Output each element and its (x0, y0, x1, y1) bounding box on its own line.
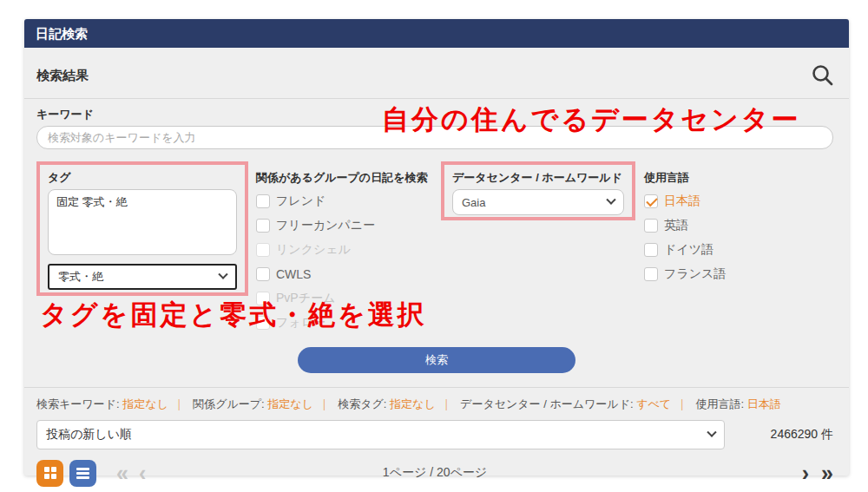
search-icon[interactable] (811, 63, 835, 88)
chevron-down-icon (218, 270, 227, 279)
result-count: 2466290 件 (725, 427, 833, 443)
sort-select-value: 投稿の新しい順 (46, 427, 132, 443)
group-label: 関係があるグループの日記を検索 (256, 170, 436, 186)
chevron-down-icon (606, 195, 615, 205)
checkbox-follow: フォロー (256, 315, 436, 330)
tag-section-highlighted: タグ 固定 零式・絶 零式・絶 (36, 161, 248, 296)
status-label: 検索タグ: (338, 397, 386, 410)
checkbox-cwls[interactable]: CWLS (256, 266, 436, 281)
panel-title: 日記検索 (24, 19, 849, 48)
group-section: 関係があるグループの日記を検索 フレンド フリーカンパニー リンクシェル CWL… (256, 161, 436, 339)
checkbox-japanese[interactable]: 日本語 (644, 194, 833, 208)
checkbox-friend[interactable]: フレンド (256, 194, 436, 208)
checkbox-linkshell: リンクシェル (256, 242, 436, 257)
checkbox-icon[interactable] (256, 194, 270, 208)
keyword-label: キーワード (36, 107, 833, 122)
keyword-section: キーワード (24, 99, 849, 149)
checkbox-icon[interactable] (256, 219, 270, 233)
checkbox-checked-icon[interactable] (644, 194, 658, 208)
chevron-down-icon (707, 428, 716, 437)
status-label: 使用言語: (695, 397, 744, 410)
search-criteria-summary: 検索キーワード: 指定なし｜ 関係グループ: 指定なし｜ 検索タグ: 指定なし｜… (24, 388, 849, 412)
datacenter-select[interactable]: Gaia (452, 189, 624, 215)
checkbox-icon (256, 243, 270, 257)
status-value: 指定なし (122, 397, 168, 410)
search-button-row: 検索 (24, 347, 849, 373)
tag-select[interactable]: 零式・絶 (48, 264, 237, 290)
datacenter-label: データセンター / ホームワールド (452, 170, 624, 186)
diary-search-panel: 日記検索 検索結果 キーワード 自分の住んでるデータセンター タグ 固定 零式・… (24, 19, 849, 476)
checkbox-icon (256, 316, 270, 330)
pagination-bar: « ‹ 1ページ / 20ページ › » (36, 459, 833, 487)
keyword-input[interactable] (36, 126, 833, 149)
page-info: 1ページ / 20ページ (36, 465, 833, 481)
language-label: 使用言語 (644, 170, 833, 186)
checkbox-icon (256, 292, 270, 305)
checkbox-icon[interactable] (644, 219, 658, 233)
checkbox-free-company[interactable]: フリーカンパニー (256, 218, 436, 233)
checkbox-icon[interactable] (644, 267, 658, 281)
status-value: すべて (636, 397, 671, 410)
datacenter-select-value: Gaia (462, 196, 485, 209)
results-bar: 検索結果 (24, 48, 849, 99)
results-title: 検索結果 (36, 68, 89, 84)
filters-row: タグ 固定 零式・絶 零式・絶 関係があるグループの日記を検索 フレンド フリー… (36, 161, 833, 331)
tag-label: タグ (48, 170, 237, 186)
checkbox-icon[interactable] (644, 243, 658, 257)
status-value: 指定なし (390, 397, 436, 410)
checkbox-pvp-team: PvPチーム (256, 291, 436, 305)
status-label: 関係グループ: (193, 397, 265, 410)
status-value: 日本語 (747, 397, 781, 410)
status-label: データセンター / ホームワールド: (460, 397, 634, 410)
checkbox-english[interactable]: 英語 (644, 218, 833, 233)
status-label: 検索キーワード: (36, 397, 120, 410)
checkbox-icon[interactable] (256, 267, 270, 281)
sort-row: 投稿の新しい順 2466290 件 (36, 420, 833, 449)
checkbox-french[interactable]: フランス語 (644, 266, 833, 281)
tag-select-value: 零式・絶 (58, 269, 103, 285)
tag-textarea[interactable]: 固定 零式・絶 (48, 189, 237, 255)
checkbox-german[interactable]: ドイツ語 (644, 242, 833, 257)
status-value: 指定なし (267, 397, 313, 410)
datacenter-section-highlighted: データセンター / ホームワールド Gaia (441, 161, 635, 220)
sort-select[interactable]: 投稿の新しい順 (36, 420, 725, 449)
language-section: 使用言語 日本語 英語 ドイツ語 フランス語 (644, 161, 833, 291)
search-button[interactable]: 検索 (298, 347, 575, 373)
